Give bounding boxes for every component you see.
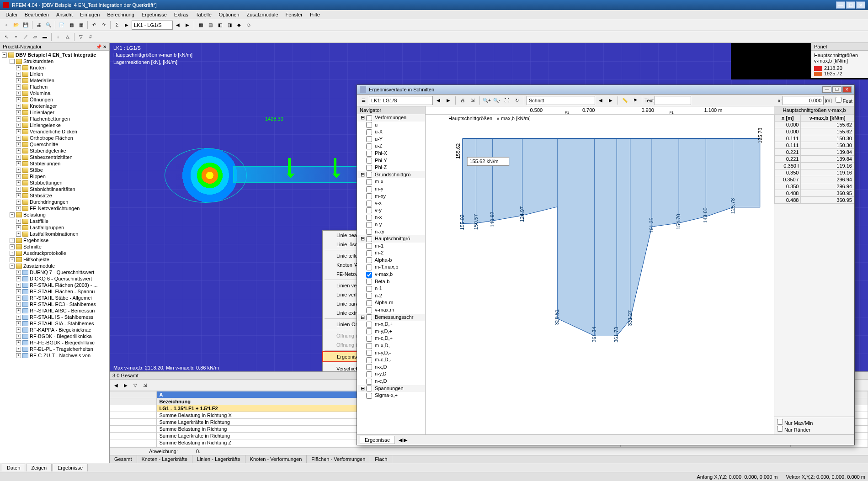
loadcase-combo[interactable]: LK1 - LG1/S <box>132 21 173 30</box>
dlg-x-input[interactable] <box>783 96 824 105</box>
tree-item[interactable]: +RF-FE-BGDK - Biegedrillknic <box>1 339 108 346</box>
value-row[interactable]: 0.221139.84 <box>775 149 854 156</box>
dlg-nav-item[interactable]: m-y <box>357 185 425 193</box>
dlg-fest-checkbox[interactable]: Fest <box>836 97 852 104</box>
dlg-zoomout-icon[interactable]: 🔍- <box>492 96 501 105</box>
table-tab[interactable]: Linien - Lagerkräfte <box>192 455 245 463</box>
value-row[interactable]: 0.488360.95 <box>775 197 854 204</box>
dlg-nav-item[interactable]: Phi-Z <box>357 164 425 171</box>
value-row[interactable]: 0.350119.16 <box>775 169 854 176</box>
table2-icon[interactable]: ▦ <box>76 21 85 30</box>
tbl-filter-icon[interactable]: ▽ <box>131 381 140 390</box>
tree-item[interactable]: +DICKQ 6 - Querschnittswert <box>1 275 108 282</box>
tbl-next-icon[interactable]: ▶ <box>121 381 130 390</box>
dlg-nav-item[interactable]: m-x <box>357 178 425 185</box>
tree-item[interactable]: +Stabsätze <box>1 192 108 199</box>
dlg-nav-item[interactable]: n-c,D <box>357 378 425 385</box>
tree-item[interactable]: +Lastfallkombinationen <box>1 231 108 237</box>
line-icon[interactable]: ／ <box>21 32 30 42</box>
tree-item[interactable]: +RF-STAHL Flächen (2003) - ... <box>1 282 108 288</box>
dlg-nav-item[interactable]: m-y,D,- <box>357 349 425 357</box>
menu-ergebnisse[interactable]: Ergebnisse <box>138 11 170 18</box>
dlg-zoomin-icon[interactable]: 🔍+ <box>482 96 491 105</box>
tree-item[interactable]: +RF-STAHL SIA - Stahlbemes <box>1 320 108 327</box>
dlg-prev-icon[interactable]: ◀ <box>434 96 443 105</box>
dlg-export-icon[interactable]: ⇲ <box>468 96 477 105</box>
tree-group[interactable]: +Hilfsobjekte <box>1 256 108 263</box>
support-icon[interactable]: △ <box>63 32 72 42</box>
member-icon[interactable]: ▬ <box>40 32 49 42</box>
print-icon[interactable]: 🖨 <box>34 21 43 30</box>
value-row[interactable]: 0.221139.84 <box>775 156 854 163</box>
tree-group[interactable]: −Strukturdaten <box>1 58 108 64</box>
dlg-nav-item[interactable]: n-y,D <box>357 370 425 378</box>
value-row[interactable]: 0.111150.30 <box>775 142 854 149</box>
tree-item[interactable]: +Volumina <box>1 90 108 96</box>
dialog-navigator[interactable]: Navigator ⊟ Verformungen u u-X u-Y u-Z P… <box>357 106 426 434</box>
tbl-export-icon[interactable]: ⇲ <box>140 381 149 390</box>
dlg-nav-item[interactable]: m-x,D,- <box>357 342 425 349</box>
dlg-nav-item[interactable]: n-xy <box>357 228 425 236</box>
tree-item[interactable]: +Stabexzentrizitäten <box>1 154 108 160</box>
dialog-footer-nav[interactable]: ◀ ▶ <box>399 437 407 443</box>
dlg-nav-item[interactable]: u-Z <box>357 143 425 150</box>
opt-raender[interactable]: Nur Ränder <box>777 427 810 433</box>
tree-item[interactable]: +Stabendgelenke <box>1 148 108 154</box>
value-row[interactable]: 0.350 l119.16 <box>775 163 854 169</box>
minimize-button[interactable]: — <box>836 1 845 9</box>
menu-fenster[interactable]: Fenster <box>282 11 306 18</box>
table-tab[interactable]: Gesamt <box>110 455 137 463</box>
tree-item[interactable]: +RF-STAHL Flächen - Spannu <box>1 288 108 295</box>
dlg-nav-group[interactable]: ⊟ Spannungen <box>357 385 425 392</box>
save-icon[interactable]: 💾 <box>21 21 30 30</box>
tree-item[interactable]: +Linien <box>1 71 108 77</box>
menu-datei[interactable]: Datei <box>2 11 21 18</box>
values-table[interactable]: x [m] v-max,b [kN/m] 0.000155.620.000155… <box>774 114 854 204</box>
wire-icon[interactable]: ◇ <box>244 21 253 30</box>
table-tab[interactable]: Knoten - Verformungen <box>245 455 307 463</box>
tree-item[interactable]: +FE-Netzverdichtungen <box>1 205 108 211</box>
dlg-flag-icon[interactable]: ⚑ <box>630 96 639 105</box>
view-icon[interactable]: ▩ <box>196 21 205 30</box>
tree-item[interactable]: +Linienlager <box>1 109 108 116</box>
surface-icon[interactable]: ▱ <box>31 32 40 42</box>
tree-item[interactable]: +Knotenlager <box>1 103 108 109</box>
dlg-next-icon[interactable]: ▶ <box>444 96 453 105</box>
dlg-measure-icon[interactable]: 📏 <box>620 96 629 105</box>
tree-item[interactable]: +RF-STAHL AISC - Bemessun <box>1 307 108 314</box>
table-tab[interactable]: Knoten - Lagerkräfte <box>137 455 192 463</box>
prev-icon[interactable]: ◀ <box>173 21 182 30</box>
menu-optionen[interactable]: Optionen <box>215 11 243 18</box>
tree-group[interactable]: +Ausdruckprotokolle <box>1 250 108 256</box>
tab-zeigen[interactable]: Zeigen <box>26 464 52 471</box>
tbl-prev-icon[interactable]: ◀ <box>112 381 121 390</box>
dlg-nav-group[interactable]: ⊟ Verformungen <box>357 114 425 122</box>
tree-item[interactable]: +Materialien <box>1 77 108 84</box>
menu-zusatzmodule[interactable]: Zusatzmodule <box>243 11 282 18</box>
menu-hilfe[interactable]: Hilfe <box>306 11 324 18</box>
new-icon[interactable]: ▫ <box>2 21 11 30</box>
tree-item[interactable]: +RF-STAHL IS - Stahlbemess <box>1 314 108 320</box>
dialog-maximize-button[interactable]: ☐ <box>832 86 841 93</box>
dlg-nav-item[interactable]: n-x <box>357 214 425 221</box>
tree-item[interactable]: +Öffnungen <box>1 96 108 103</box>
dlg-nav-item[interactable]: u-X <box>357 128 425 136</box>
undo-icon[interactable]: ↶ <box>90 21 99 30</box>
table-tab[interactable]: Flächen - Verformungen <box>307 455 370 463</box>
dialog-close-button[interactable]: ✕ <box>842 86 852 93</box>
tree-item[interactable]: +Durchdringungen <box>1 199 108 205</box>
close-button[interactable]: ✕ <box>856 1 865 9</box>
dlg-nav-group[interactable]: ⊟ Hauptschnittgrö <box>357 235 425 243</box>
tree-item[interactable]: +RF-EL-PL - Tragsicherheitsn <box>1 346 108 352</box>
tree-item[interactable]: +RF-KAPPA - Biegeknicknac <box>1 327 108 333</box>
value-row[interactable]: 0.000155.62 <box>775 128 854 135</box>
navigator-tree[interactable]: −DBV Beispiel 4 EN_Test Integratic−Struk… <box>0 51 109 463</box>
tab-ergebnisse[interactable]: Ergebnisse <box>53 464 88 471</box>
dlg-nav-item[interactable]: Alpha-m <box>357 299 425 307</box>
dialog-minimize-button[interactable]: — <box>822 86 831 93</box>
tree-item[interactable]: +Liniengelenke <box>1 122 108 128</box>
tree-item[interactable]: +Orthotrope Flächen <box>1 135 108 141</box>
dlg-nav-item[interactable]: Phi-X <box>357 150 425 157</box>
dlg-nav-item[interactable]: m-1 <box>357 243 425 250</box>
dlg-nav-item[interactable]: n-1 <box>357 285 425 292</box>
